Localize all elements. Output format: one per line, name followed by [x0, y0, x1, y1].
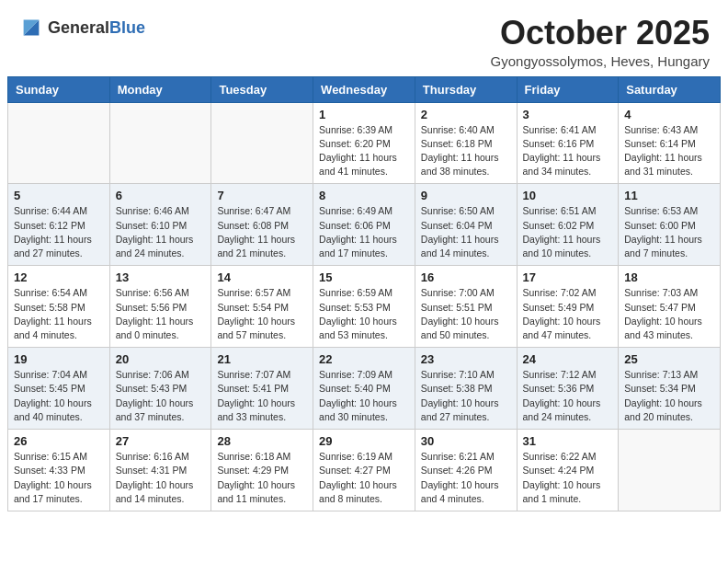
day-info: Sunrise: 6:53 AM Sunset: 6:00 PM Dayligh… — [624, 204, 714, 260]
calendar-day-cell — [211, 102, 313, 184]
calendar-day-cell: 3Sunrise: 6:41 AM Sunset: 6:16 PM Daylig… — [517, 102, 619, 184]
day-number: 25 — [624, 352, 714, 366]
title-section: October 2025 Gyongyossolymos, Heves, Hun… — [491, 15, 710, 69]
col-friday: Friday — [517, 76, 619, 102]
day-number: 4 — [624, 108, 714, 121]
day-number: 12 — [14, 270, 104, 284]
day-number: 3 — [523, 108, 613, 121]
logo: GeneralBlue — [18, 15, 145, 40]
calendar-day-cell: 6Sunrise: 6:46 AM Sunset: 6:10 PM Daylig… — [109, 184, 211, 266]
logo-blue: Blue — [109, 18, 145, 37]
col-saturday: Saturday — [619, 76, 721, 102]
calendar-day-cell: 17Sunrise: 7:02 AM Sunset: 5:49 PM Dayli… — [517, 266, 619, 348]
day-number: 17 — [523, 270, 613, 284]
calendar-day-cell: 28Sunrise: 6:18 AM Sunset: 4:29 PM Dayli… — [211, 430, 313, 511]
day-info: Sunrise: 6:47 AM Sunset: 6:08 PM Dayligh… — [217, 204, 307, 260]
day-number: 19 — [14, 352, 104, 366]
col-wednesday: Wednesday — [313, 76, 415, 102]
calendar-day-cell: 8Sunrise: 6:49 AM Sunset: 6:06 PM Daylig… — [313, 184, 415, 266]
calendar-week-row: 26Sunrise: 6:15 AM Sunset: 4:33 PM Dayli… — [8, 430, 721, 511]
calendar-table: Sunday Monday Tuesday Wednesday Thursday… — [7, 76, 721, 511]
day-number: 10 — [523, 189, 613, 202]
day-info: Sunrise: 6:43 AM Sunset: 6:14 PM Dayligh… — [624, 123, 714, 179]
calendar-day-cell — [619, 430, 721, 511]
day-info: Sunrise: 7:06 AM Sunset: 5:43 PM Dayligh… — [116, 368, 206, 424]
calendar-day-cell — [8, 102, 110, 184]
day-number: 28 — [217, 434, 307, 448]
day-number: 11 — [624, 189, 714, 202]
day-info: Sunrise: 6:18 AM Sunset: 4:29 PM Dayligh… — [217, 450, 307, 506]
calendar-day-cell — [109, 102, 211, 184]
calendar-day-cell: 10Sunrise: 6:51 AM Sunset: 6:02 PM Dayli… — [517, 184, 619, 266]
day-number: 5 — [14, 189, 104, 202]
calendar-day-cell: 27Sunrise: 6:16 AM Sunset: 4:31 PM Dayli… — [109, 430, 211, 511]
page-container: GeneralBlue October 2025 Gyongyossolymos… — [0, 0, 728, 511]
day-number: 29 — [319, 434, 409, 448]
col-sunday: Sunday — [8, 76, 110, 102]
month-title: October 2025 — [491, 15, 710, 52]
day-info: Sunrise: 6:51 AM Sunset: 6:02 PM Dayligh… — [523, 204, 613, 260]
calendar-day-cell: 18Sunrise: 7:03 AM Sunset: 5:47 PM Dayli… — [619, 266, 721, 348]
calendar-day-cell: 12Sunrise: 6:54 AM Sunset: 5:58 PM Dayli… — [8, 266, 110, 348]
day-info: Sunrise: 7:13 AM Sunset: 5:34 PM Dayligh… — [624, 368, 714, 424]
day-info: Sunrise: 6:54 AM Sunset: 5:58 PM Dayligh… — [14, 286, 104, 342]
day-number: 27 — [116, 434, 206, 448]
calendar-day-cell: 1Sunrise: 6:39 AM Sunset: 6:20 PM Daylig… — [313, 102, 415, 184]
day-info: Sunrise: 6:46 AM Sunset: 6:10 PM Dayligh… — [116, 204, 206, 260]
calendar-day-cell: 9Sunrise: 6:50 AM Sunset: 6:04 PM Daylig… — [415, 184, 517, 266]
day-info: Sunrise: 7:10 AM Sunset: 5:38 PM Dayligh… — [421, 368, 511, 424]
day-number: 26 — [14, 434, 104, 448]
calendar-day-cell: 26Sunrise: 6:15 AM Sunset: 4:33 PM Dayli… — [8, 430, 110, 511]
day-number: 22 — [319, 352, 409, 366]
calendar-day-cell: 22Sunrise: 7:09 AM Sunset: 5:40 PM Dayli… — [313, 348, 415, 430]
day-number: 15 — [319, 270, 409, 284]
calendar-day-cell: 30Sunrise: 6:21 AM Sunset: 4:26 PM Dayli… — [415, 430, 517, 511]
logo-text: GeneralBlue — [48, 18, 145, 38]
logo-general: General — [48, 18, 109, 37]
day-number: 13 — [116, 270, 206, 284]
day-number: 2 — [421, 108, 511, 121]
calendar-day-cell: 2Sunrise: 6:40 AM Sunset: 6:18 PM Daylig… — [415, 102, 517, 184]
calendar-day-cell: 23Sunrise: 7:10 AM Sunset: 5:38 PM Dayli… — [415, 348, 517, 430]
day-number: 7 — [217, 189, 307, 202]
day-number: 31 — [523, 434, 613, 448]
logo-icon — [18, 15, 44, 40]
calendar-day-cell: 13Sunrise: 6:56 AM Sunset: 5:56 PM Dayli… — [109, 266, 211, 348]
day-info: Sunrise: 6:19 AM Sunset: 4:27 PM Dayligh… — [319, 450, 409, 506]
day-info: Sunrise: 7:02 AM Sunset: 5:49 PM Dayligh… — [523, 286, 613, 342]
day-info: Sunrise: 7:12 AM Sunset: 5:36 PM Dayligh… — [523, 368, 613, 424]
col-thursday: Thursday — [415, 76, 517, 102]
day-info: Sunrise: 6:57 AM Sunset: 5:54 PM Dayligh… — [217, 286, 307, 342]
day-info: Sunrise: 7:07 AM Sunset: 5:41 PM Dayligh… — [217, 368, 307, 424]
calendar-day-cell: 20Sunrise: 7:06 AM Sunset: 5:43 PM Dayli… — [109, 348, 211, 430]
day-info: Sunrise: 6:41 AM Sunset: 6:16 PM Dayligh… — [523, 123, 613, 179]
calendar-day-cell: 4Sunrise: 6:43 AM Sunset: 6:14 PM Daylig… — [619, 102, 721, 184]
header: GeneralBlue October 2025 Gyongyossolymos… — [0, 0, 728, 76]
day-number: 9 — [421, 189, 511, 202]
day-info: Sunrise: 6:22 AM Sunset: 4:24 PM Dayligh… — [523, 450, 613, 506]
day-number: 20 — [116, 352, 206, 366]
calendar-day-cell: 16Sunrise: 7:00 AM Sunset: 5:51 PM Dayli… — [415, 266, 517, 348]
calendar-day-cell: 25Sunrise: 7:13 AM Sunset: 5:34 PM Dayli… — [619, 348, 721, 430]
day-info: Sunrise: 6:59 AM Sunset: 5:53 PM Dayligh… — [319, 286, 409, 342]
calendar-day-cell: 29Sunrise: 6:19 AM Sunset: 4:27 PM Dayli… — [313, 430, 415, 511]
day-info: Sunrise: 6:15 AM Sunset: 4:33 PM Dayligh… — [14, 450, 104, 506]
calendar-day-cell: 7Sunrise: 6:47 AM Sunset: 6:08 PM Daylig… — [211, 184, 313, 266]
calendar-week-row: 12Sunrise: 6:54 AM Sunset: 5:58 PM Dayli… — [8, 266, 721, 348]
location-subtitle: Gyongyossolymos, Heves, Hungary — [491, 53, 710, 69]
day-number: 1 — [319, 108, 409, 121]
day-info: Sunrise: 6:50 AM Sunset: 6:04 PM Dayligh… — [421, 204, 511, 260]
day-info: Sunrise: 6:49 AM Sunset: 6:06 PM Dayligh… — [319, 204, 409, 260]
calendar-week-row: 1Sunrise: 6:39 AM Sunset: 6:20 PM Daylig… — [8, 102, 721, 184]
calendar-week-row: 5Sunrise: 6:44 AM Sunset: 6:12 PM Daylig… — [8, 184, 721, 266]
day-number: 21 — [217, 352, 307, 366]
calendar-day-cell: 21Sunrise: 7:07 AM Sunset: 5:41 PM Dayli… — [211, 348, 313, 430]
day-number: 8 — [319, 189, 409, 202]
day-info: Sunrise: 6:44 AM Sunset: 6:12 PM Dayligh… — [14, 204, 104, 260]
day-info: Sunrise: 6:16 AM Sunset: 4:31 PM Dayligh… — [116, 450, 206, 506]
day-info: Sunrise: 7:09 AM Sunset: 5:40 PM Dayligh… — [319, 368, 409, 424]
day-number: 14 — [217, 270, 307, 284]
day-info: Sunrise: 6:40 AM Sunset: 6:18 PM Dayligh… — [421, 123, 511, 179]
day-info: Sunrise: 7:00 AM Sunset: 5:51 PM Dayligh… — [421, 286, 511, 342]
calendar-day-cell: 5Sunrise: 6:44 AM Sunset: 6:12 PM Daylig… — [8, 184, 110, 266]
